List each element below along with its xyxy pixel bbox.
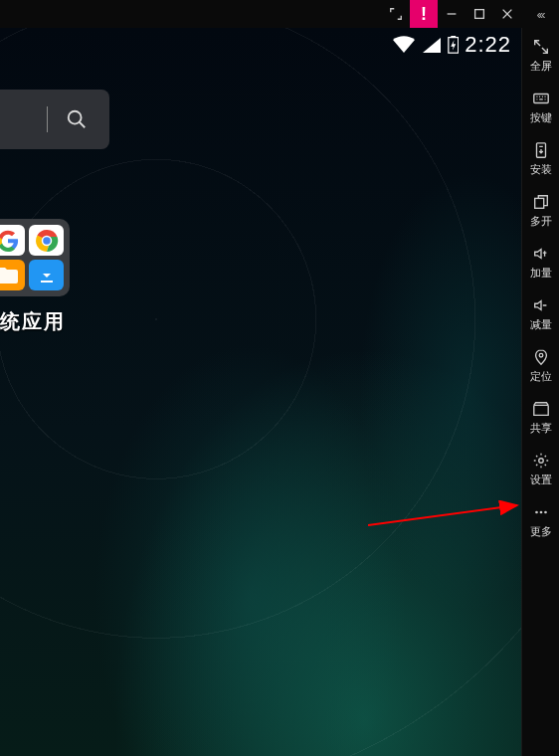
alert-button[interactable]: ! — [410, 0, 438, 28]
rail-multi[interactable]: 多开 — [522, 185, 559, 237]
svg-rect-0 — [475, 10, 484, 19]
rail-label: 安装 — [530, 162, 552, 177]
svg-point-7 — [539, 511, 542, 514]
close-button[interactable] — [493, 0, 521, 28]
folder-label: 统应用 — [0, 308, 66, 335]
rail-label: 更多 — [530, 524, 552, 539]
maximize-button[interactable] — [466, 0, 493, 28]
clock: 2:22 — [465, 32, 511, 58]
rail-label: 全屏 — [530, 59, 552, 74]
minimize-button[interactable] — [438, 0, 466, 28]
right-sidebar: 全屏 按键 安装 多开 加量 减量 定位 共享 设置 更多 — [521, 28, 559, 756]
rail-share[interactable]: 共享 — [522, 392, 559, 444]
rail-label: 多开 — [530, 214, 552, 229]
wifi-icon — [392, 36, 416, 54]
rail-label: 减量 — [530, 317, 552, 332]
rail-volume-down[interactable]: 减量 — [522, 288, 559, 340]
rail-label: 设置 — [530, 472, 552, 487]
search-widget[interactable] — [0, 90, 109, 149]
android-statusbar: 2:22 — [0, 28, 521, 62]
svg-point-6 — [535, 511, 538, 514]
download-app-icon[interactable] — [29, 260, 64, 290]
rail-settings[interactable]: 设置 — [522, 444, 559, 495]
collapse-rail-button[interactable]: ‹‹‹ — [521, 0, 559, 28]
rail-label: 加量 — [530, 266, 552, 281]
rail-fullscreen[interactable]: 全屏 — [522, 30, 559, 82]
rail-label: 按键 — [530, 110, 552, 125]
svg-point-5 — [538, 459, 543, 464]
svg-line-15 — [368, 505, 517, 525]
search-icon — [66, 108, 88, 130]
annotation-arrow — [368, 500, 521, 530]
svg-rect-1 — [533, 94, 547, 103]
svg-point-11 — [69, 111, 82, 124]
files-app-icon[interactable] — [0, 260, 25, 290]
emulator-screen[interactable]: 2:22 统应用 — [0, 28, 521, 756]
window-titlebar: ! ‹‹‹ — [0, 0, 559, 28]
rail-label: 共享 — [530, 421, 552, 436]
svg-rect-10 — [451, 36, 456, 38]
svg-rect-3 — [534, 198, 543, 208]
rail-install[interactable]: 安装 — [522, 133, 559, 185]
separator — [47, 106, 48, 132]
chrome-app-icon[interactable] — [29, 225, 64, 256]
rail-more[interactable]: 更多 — [522, 495, 559, 547]
google-app-icon[interactable] — [0, 225, 25, 256]
rail-locate[interactable]: 定位 — [522, 340, 559, 392]
signal-icon — [422, 36, 442, 54]
rail-label: 定位 — [530, 369, 552, 384]
svg-point-4 — [539, 353, 543, 357]
rail-keyboard[interactable]: 按键 — [522, 82, 559, 133]
app-folder[interactable] — [0, 219, 70, 296]
rail-volume-up[interactable]: 加量 — [522, 237, 559, 288]
expand-button[interactable] — [382, 0, 410, 28]
battery-charging-icon — [448, 36, 459, 54]
svg-point-8 — [544, 511, 547, 514]
